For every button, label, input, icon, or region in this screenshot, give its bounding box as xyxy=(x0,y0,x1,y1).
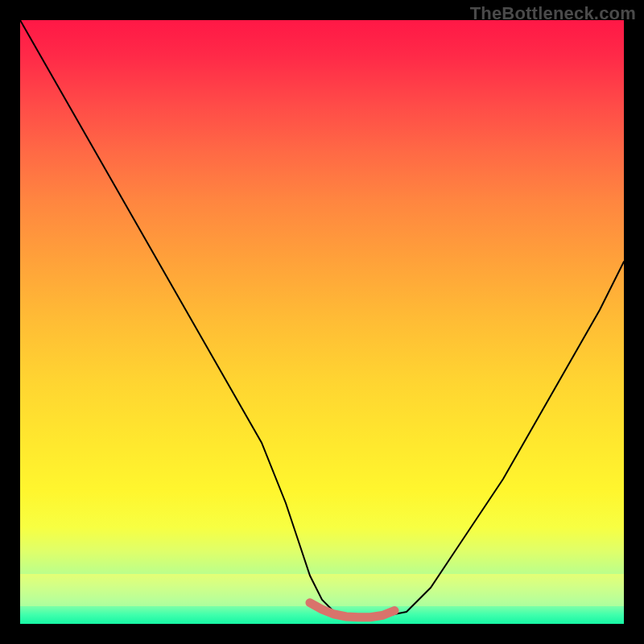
curve-layer xyxy=(20,20,624,624)
plot-area xyxy=(20,20,624,624)
sweet-spot-marker xyxy=(310,603,394,617)
chart-frame: TheBottleneck.com xyxy=(0,0,644,644)
bottleneck-curve xyxy=(20,20,624,618)
watermark-text: TheBottleneck.com xyxy=(470,3,636,24)
